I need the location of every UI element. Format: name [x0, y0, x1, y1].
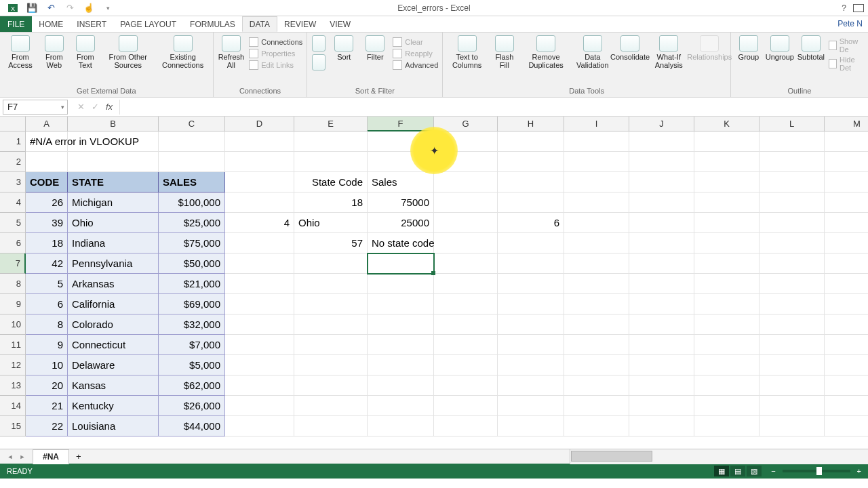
subtotal-button[interactable]: Subtotal — [796, 34, 826, 62]
cells-area[interactable]: #N/A error in VLOOKUPCODESTATESALESState… — [26, 131, 868, 436]
cell-J1[interactable] — [629, 131, 694, 152]
column-headers[interactable]: ABCDEFGHIJKLM — [26, 117, 868, 131]
cell-A14[interactable]: 21 — [26, 396, 68, 416]
cell-A11[interactable]: 9 — [26, 335, 68, 355]
cell-D1[interactable] — [225, 131, 294, 152]
cell-G14[interactable] — [434, 396, 498, 416]
cell-A13[interactable]: 20 — [26, 375, 68, 396]
from-text-button[interactable]: From Text — [71, 34, 100, 70]
zoom-slider[interactable] — [783, 470, 850, 472]
tab-formulas[interactable]: FORMULAS — [183, 16, 242, 32]
cell-G15[interactable] — [434, 416, 498, 436]
cell-C14[interactable]: $26,000 — [159, 396, 225, 416]
cell-I1[interactable] — [564, 131, 629, 152]
cell-C6[interactable]: $75,000 — [159, 233, 225, 253]
cell-L13[interactable] — [760, 375, 825, 396]
cell-M15[interactable] — [825, 416, 868, 436]
cell-F2[interactable] — [368, 152, 434, 172]
cell-F15[interactable] — [368, 416, 434, 436]
cell-G12[interactable] — [434, 355, 498, 375]
cell-K13[interactable] — [694, 375, 760, 396]
cell-H4[interactable] — [498, 192, 564, 213]
cell-B7[interactable]: Pennsylvania — [68, 253, 159, 274]
cell-B5[interactable]: Ohio — [68, 213, 159, 233]
cell-E3[interactable]: State Code — [294, 172, 368, 192]
cell-E13[interactable] — [294, 375, 368, 396]
cell-C1[interactable] — [159, 131, 225, 152]
save-icon[interactable]: 💾 — [24, 1, 39, 16]
tab-file[interactable]: FILE — [0, 16, 32, 32]
cell-A12[interactable]: 10 — [26, 355, 68, 375]
cell-L11[interactable] — [760, 335, 825, 355]
name-box[interactable]: F7 — [3, 100, 68, 115]
cell-E14[interactable] — [294, 396, 368, 416]
cell-I5[interactable] — [564, 213, 629, 233]
col-header-E[interactable]: E — [294, 117, 368, 131]
cell-M2[interactable] — [825, 152, 868, 172]
cell-G1[interactable] — [434, 131, 498, 152]
cell-J3[interactable] — [629, 172, 694, 192]
cell-A5[interactable]: 39 — [26, 213, 68, 233]
sheet-nav-last[interactable]: ► — [16, 451, 28, 463]
row-header-9[interactable]: 9 — [0, 294, 26, 314]
ungroup-button[interactable]: Ungroup — [765, 34, 795, 62]
flash-fill-button[interactable]: Flash Fill — [490, 34, 519, 70]
cell-J4[interactable] — [629, 192, 694, 213]
worksheet-grid[interactable]: ABCDEFGHIJKLM 123456789101112131415 #N/A… — [0, 117, 868, 449]
properties-button[interactable]: Properties — [248, 48, 304, 59]
cell-G2[interactable] — [434, 152, 498, 172]
row-header-1[interactable]: 1 — [0, 131, 26, 152]
cell-C11[interactable]: $7,000 — [159, 335, 225, 355]
redo-icon[interactable]: ↷ — [62, 1, 77, 16]
col-header-H[interactable]: H — [498, 117, 564, 131]
cell-G7[interactable] — [434, 253, 498, 274]
cell-E8[interactable] — [294, 274, 368, 294]
cell-I6[interactable] — [564, 233, 629, 253]
cell-J6[interactable] — [629, 233, 694, 253]
cell-E7[interactable] — [294, 253, 368, 274]
cell-E6[interactable]: 57 — [294, 233, 368, 253]
sheet-nav-first[interactable]: ◄ — [4, 451, 16, 463]
cell-G3[interactable] — [434, 172, 498, 192]
cancel-icon[interactable]: ✕ — [77, 102, 85, 112]
cell-D9[interactable] — [225, 294, 294, 314]
row-header-13[interactable]: 13 — [0, 375, 26, 396]
cell-L3[interactable] — [760, 172, 825, 192]
cell-A3[interactable]: CODE — [26, 172, 68, 192]
cell-G4[interactable] — [434, 192, 498, 213]
row-headers[interactable]: 123456789101112131415 — [0, 131, 26, 436]
cell-M10[interactable] — [825, 314, 868, 335]
cell-I12[interactable] — [564, 355, 629, 375]
col-header-B[interactable]: B — [68, 117, 159, 131]
horizontal-scrollbar[interactable] — [570, 449, 868, 464]
cell-A4[interactable]: 26 — [26, 192, 68, 213]
col-header-J[interactable]: J — [629, 117, 694, 131]
cell-E2[interactable] — [294, 152, 368, 172]
col-header-K[interactable]: K — [694, 117, 760, 131]
cell-M6[interactable] — [825, 233, 868, 253]
cell-D10[interactable] — [225, 314, 294, 335]
cell-F7[interactable] — [368, 253, 434, 274]
zoom-out-icon[interactable]: − — [771, 467, 775, 475]
cell-A15[interactable]: 22 — [26, 416, 68, 436]
tab-review[interactable]: REVIEW — [277, 16, 323, 32]
cell-H6[interactable] — [498, 233, 564, 253]
cell-K7[interactable] — [694, 253, 760, 274]
cell-E15[interactable] — [294, 416, 368, 436]
cell-L6[interactable] — [760, 233, 825, 253]
cell-H8[interactable] — [498, 274, 564, 294]
cell-L1[interactable] — [760, 131, 825, 152]
row-header-3[interactable]: 3 — [0, 172, 26, 192]
cell-B9[interactable]: California — [68, 294, 159, 314]
cell-I9[interactable] — [564, 294, 629, 314]
row-header-4[interactable]: 4 — [0, 192, 26, 213]
cell-J8[interactable] — [629, 274, 694, 294]
cell-A2[interactable] — [26, 152, 68, 172]
cell-L12[interactable] — [760, 355, 825, 375]
cell-D11[interactable] — [225, 335, 294, 355]
cell-F4[interactable]: 75000 — [368, 192, 434, 213]
cell-I3[interactable] — [564, 172, 629, 192]
cell-B11[interactable]: Connecticut — [68, 335, 159, 355]
cell-C13[interactable]: $62,000 — [159, 375, 225, 396]
cell-G9[interactable] — [434, 294, 498, 314]
